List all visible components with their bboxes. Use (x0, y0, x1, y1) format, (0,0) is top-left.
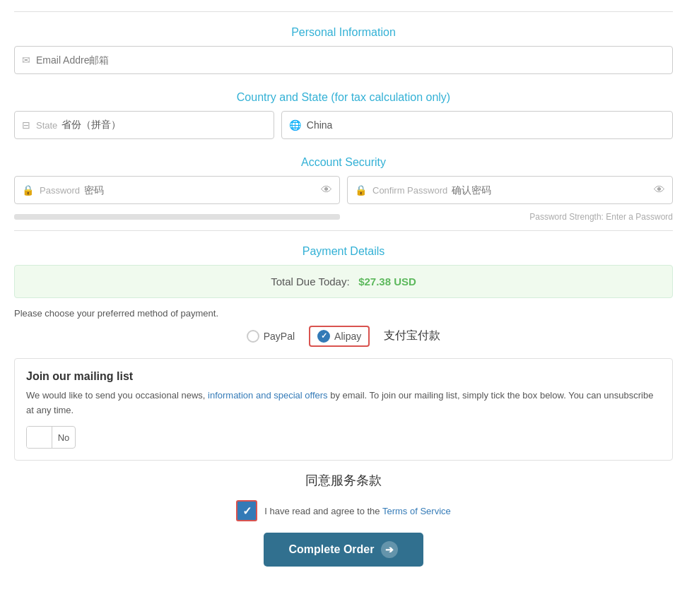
email-icon: ✉ (22, 54, 30, 66)
strength-text: Password Strength: Enter a Password (347, 211, 673, 223)
terms-cn: 同意服务条款 (305, 472, 382, 489)
terms-row: 同意服务条款 ✓ I have read and agree to the Te… (14, 472, 673, 521)
payment-details-heading: Payment Details (14, 235, 673, 265)
total-due-amount: $27.38 USD (358, 276, 416, 288)
terms-checkbox[interactable]: ✓ (236, 500, 257, 521)
toggle-no-label[interactable]: No (52, 429, 75, 446)
confirm-password-input-group: 🔒 Confirm Password 👁 (347, 176, 673, 204)
total-due-box: Total Due Today: $27.38 USD (14, 265, 673, 298)
email-row: ✉ (14, 46, 673, 74)
password-lock-icon: 🔒 (22, 184, 34, 196)
password-input-group: 🔒 Password 👁 (14, 176, 340, 204)
account-security-heading: Account Security (14, 146, 673, 176)
toggle-no-box[interactable]: No (26, 426, 76, 449)
state-icon: ⊟ (22, 119, 30, 131)
country-input-group: 🌐 (281, 111, 673, 139)
mailing-toggle: No (26, 426, 661, 449)
globe-icon: 🌐 (289, 119, 301, 131)
strength-bar (14, 214, 340, 220)
password-row: 🔒 Password 👁 🔒 Confirm Password 👁 (14, 176, 673, 204)
terms-check-icon: ✓ (242, 504, 252, 518)
state-input[interactable] (61, 119, 266, 131)
complete-order-label: Complete Order (289, 543, 375, 556)
payment-note: Please choose your preferred method of p… (14, 308, 673, 319)
state-label: State (36, 120, 57, 131)
confirm-eye-icon[interactable]: 👁 (654, 184, 665, 196)
paypal-option[interactable]: PayPal (247, 330, 295, 343)
password-label: Password (40, 185, 80, 196)
personal-info-heading: Personal Information (14, 16, 673, 46)
alipay-option[interactable]: Alipay (309, 326, 370, 347)
country-input[interactable] (307, 119, 665, 131)
state-input-group: ⊟ State (14, 111, 274, 139)
complete-order-container: Complete Order ➔ (14, 533, 673, 567)
total-due-label: Total Due Today: (271, 276, 349, 288)
mailing-list-desc: We would like to send you occasional new… (26, 389, 661, 418)
email-input[interactable] (36, 54, 665, 66)
payment-options: PayPal Alipay 支付宝付款 (14, 326, 673, 347)
paypal-radio[interactable] (247, 330, 259, 343)
confirm-password-input[interactable] (452, 184, 650, 196)
email-input-group: ✉ (14, 46, 673, 74)
terms-label: I have read and agree to the Terms of Se… (264, 506, 451, 516)
mailing-list-link[interactable]: information and special offers (208, 390, 328, 401)
divider-payment (14, 230, 673, 231)
password-eye-icon[interactable]: 👁 (321, 184, 332, 196)
complete-order-arrow-icon: ➔ (381, 541, 398, 558)
mailing-list-section: Join our mailing list We would like to s… (14, 358, 673, 461)
state-country-row: ⊟ State 🌐 (14, 111, 673, 139)
alipay-label: Alipay (334, 331, 361, 342)
confirm-password-label: Confirm Password (372, 185, 447, 196)
strength-bar-container (14, 214, 340, 220)
terms-label-prefix: I have read and agree to the (264, 506, 382, 516)
terms-of-service-link[interactable]: Terms of Service (382, 506, 451, 516)
toggle-yes-slot[interactable] (27, 427, 52, 448)
alipay-radio[interactable] (317, 330, 330, 343)
paypal-label: PayPal (264, 331, 295, 342)
password-input[interactable] (84, 184, 317, 196)
terms-inner: ✓ I have read and agree to the Terms of … (236, 500, 451, 521)
alipay-cn-text: 支付宝付款 (384, 328, 440, 343)
complete-order-button[interactable]: Complete Order ➔ (264, 533, 424, 567)
country-state-heading: Country and State (for tax calculation o… (14, 81, 673, 111)
confirm-lock-icon: 🔒 (355, 184, 367, 196)
mailing-list-title: Join our mailing list (26, 370, 661, 383)
divider-top (14, 11, 673, 12)
password-strength-row: Password Strength: Enter a Password (14, 211, 673, 223)
